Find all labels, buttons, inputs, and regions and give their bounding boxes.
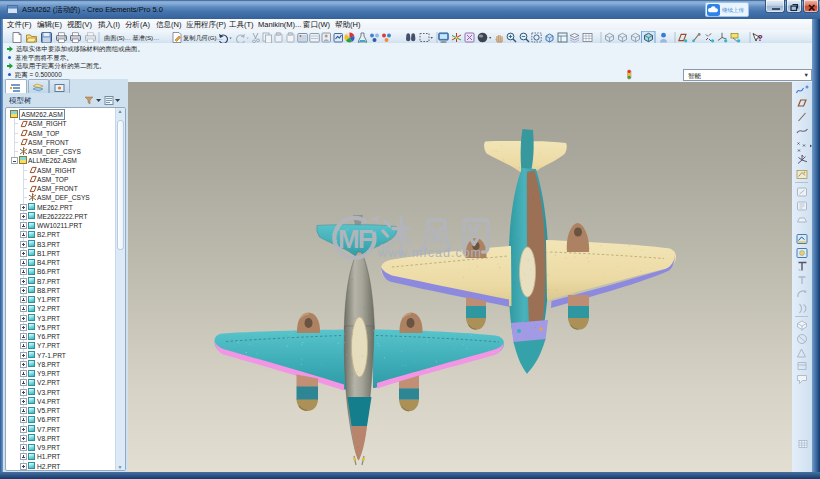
- svg-text:?: ?: [758, 33, 763, 43]
- svg-text:MF: MF: [338, 224, 373, 254]
- svg-text:www.mfcad.com: www.mfcad.com: [377, 246, 482, 260]
- svg-text:曲面(S)… 基准(S)…: 曲面(S)… 基准(S)…: [104, 34, 159, 42]
- svg-text:复制几何(G)…: 复制几何(G)…: [183, 34, 223, 42]
